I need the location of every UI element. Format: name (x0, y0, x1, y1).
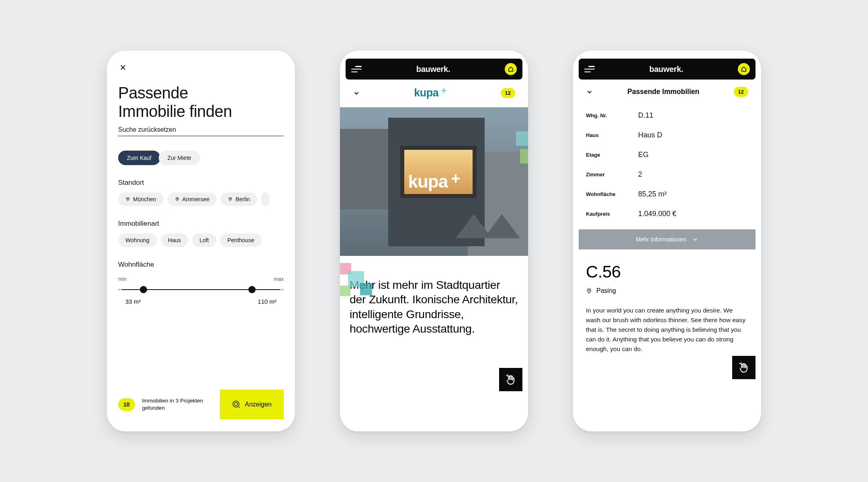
detail-value: 2 (638, 170, 642, 179)
sub-bar: Passende Immobilien 12 (579, 80, 755, 102)
chevron-down-icon[interactable] (353, 90, 360, 97)
detail-value: EG (638, 151, 649, 159)
home-badge-button[interactable] (738, 63, 750, 75)
chip-label: Wohnung (125, 237, 149, 243)
brand-logo: bauwerk. (649, 65, 683, 74)
detail-key: Zimmer (586, 172, 638, 178)
location-chip[interactable]: Berlin (221, 192, 257, 206)
svg-point-3 (233, 401, 240, 407)
slider-track[interactable] (121, 289, 280, 290)
subbar-title: Passende Immobilien (627, 88, 699, 96)
type-chip[interactable]: Wohnung (118, 233, 157, 247)
location-chip[interactable]: Ammersee (168, 192, 217, 206)
chip-label: Ammersee (182, 196, 210, 202)
svg-point-1 (176, 198, 178, 200)
unit-description: In your world you can create anything yo… (579, 294, 755, 354)
pin-icon (175, 196, 180, 202)
slider-min-label: min (118, 276, 127, 282)
count-badge: 12 (734, 87, 748, 97)
hero-image: kupa+ (340, 107, 528, 256)
result-text: Immobilien in 3 Projekten gefunden (142, 397, 213, 412)
top-bar: bauwerk. (346, 59, 522, 80)
detail-key: Etage (586, 152, 638, 158)
type-chip[interactable]: Loft (192, 233, 216, 247)
home-badge-button[interactable] (505, 63, 517, 75)
location-chip[interactable]: München (118, 192, 164, 206)
slider-max-value: 110 m² (258, 298, 276, 305)
pin-icon (228, 196, 233, 202)
detail-value: Haus D (638, 131, 662, 139)
section-label-area: Wohnfläche (118, 261, 284, 269)
more-info-button[interactable]: Mehr Informationen (579, 229, 755, 249)
plus-icon: + (441, 85, 446, 96)
detail-value: 85,25 m² (638, 190, 667, 198)
location-chip-overflow[interactable] (261, 192, 269, 206)
brand-logo: bauwerk. (416, 65, 450, 74)
pin-icon (586, 287, 592, 294)
detail-row: HausHaus D (586, 125, 748, 145)
svg-point-5 (588, 290, 590, 291)
sub-bar: kupa + 12 (346, 80, 522, 105)
project-headline: Mehr ist mehr im Stadtquartier der Zukun… (346, 256, 522, 336)
svg-point-4 (234, 402, 237, 406)
title-line-2: Immobilie finden (118, 102, 232, 120)
location-name: Pasing (596, 287, 616, 294)
chevron-down-icon[interactable] (586, 88, 593, 96)
detail-key: Wohnfläche (586, 191, 638, 197)
detail-value: 1.049.000 € (638, 210, 676, 218)
detail-key: Kaufpreis (586, 211, 638, 217)
hero-project-name: kupa (408, 172, 448, 192)
wave-hand-icon (505, 374, 516, 385)
area-slider: min max 33 m² 110 m² (118, 276, 284, 305)
phone-filter-panel: Passende Immobilie finden Suche zurückse… (107, 51, 295, 431)
detail-key: Whg. Nr. (586, 112, 638, 118)
toggle-rent[interactable]: Zur Miete (159, 151, 200, 165)
pin-icon (125, 196, 130, 202)
detail-key: Haus (586, 132, 638, 138)
count-badge: 12 (501, 88, 515, 98)
page-title: Passende Immobilie finden (118, 84, 284, 120)
detail-value: D.11 (638, 111, 653, 120)
reset-search-link[interactable]: Suche zurücksetzen (118, 126, 284, 136)
slider-max-label: max (274, 276, 284, 282)
filter-footer: 10 Immobilien in 3 Projekten gefunden An… (118, 390, 284, 419)
location-row: Pasing (579, 282, 755, 294)
wave-hand-icon (738, 362, 749, 373)
close-icon[interactable] (118, 63, 128, 72)
slider-min-value: 33 m² (125, 298, 141, 305)
plus-icon: + (451, 170, 460, 188)
show-results-button[interactable]: Anzeigen (220, 390, 284, 419)
result-count-badge: 10 (118, 398, 135, 411)
chip-label: Haus (168, 237, 181, 243)
detail-row: Wohnfläche85,25 m² (586, 184, 748, 204)
phone-project-detail: bauwerk. kupa + 12 kupa+ (340, 51, 528, 431)
detail-row: Kaufpreis1.049.000 € (586, 204, 748, 224)
svg-point-2 (230, 198, 231, 200)
type-chip[interactable]: Haus (161, 233, 188, 247)
hero-project-logo: kupa+ (408, 172, 460, 192)
detail-row: Zimmer2 (586, 165, 748, 184)
purchase-toggle: Zum Kauf Zur Miete (118, 151, 284, 165)
slider-handle-min[interactable] (140, 286, 147, 293)
project-logo: kupa + (414, 87, 446, 99)
wave-fab-button[interactable] (732, 356, 755, 379)
svg-point-0 (127, 198, 129, 200)
project-name: kupa (414, 87, 438, 99)
property-details-list: Whg. Nr.D.11 HausHaus D EtageEG Zimmer2 … (579, 102, 755, 224)
location-chip-row: München Ammersee Berlin (118, 192, 284, 206)
type-chip-row: Wohnung Haus Loft Penthouse (118, 233, 284, 247)
toggle-buy[interactable]: Zum Kauf (118, 151, 160, 165)
house-icon (741, 66, 747, 72)
chip-label: München (133, 196, 156, 202)
chevron-down-icon (692, 236, 698, 243)
menu-icon[interactable] (584, 66, 595, 72)
chip-label: Berlin (235, 196, 250, 202)
slider-handle-max[interactable] (248, 286, 256, 293)
chip-label: Loft (199, 237, 209, 243)
wave-fab-button[interactable] (499, 368, 522, 391)
top-bar: bauwerk. (579, 59, 755, 80)
menu-icon[interactable] (351, 66, 362, 72)
type-chip[interactable]: Penthouse (220, 233, 262, 247)
house-icon (508, 66, 514, 72)
section-label-type: Immobilienart (118, 220, 284, 228)
